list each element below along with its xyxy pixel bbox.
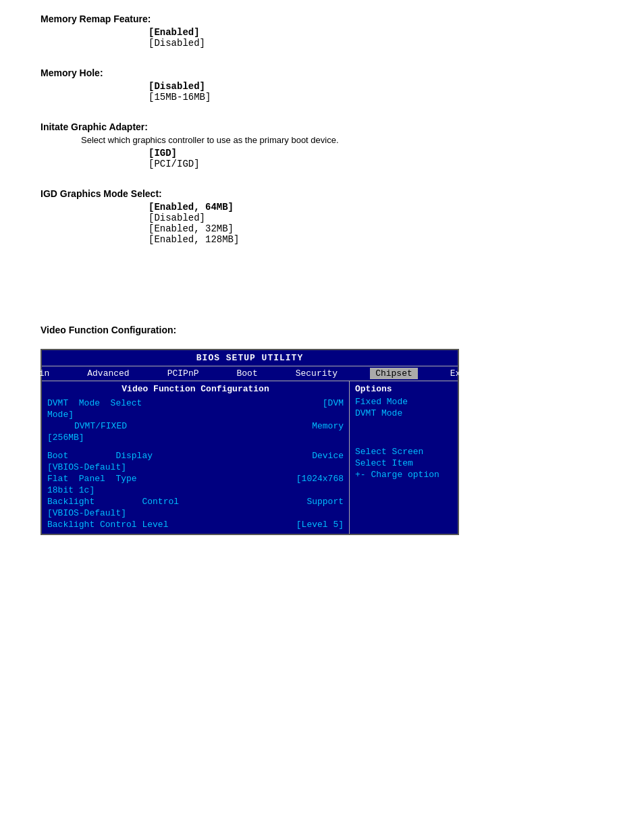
- memory-remap-option-disabled[interactable]: [Disabled]: [149, 38, 603, 49]
- bios-body: Video Function Configuration DVMT Mode S…: [42, 381, 458, 534]
- flat-panel-key: Flat Panel Type: [47, 474, 137, 484]
- init-graphic-description: Select which graphics controller to use …: [81, 135, 603, 145]
- dvmt-fixed-key: DVMT/FIXED: [74, 421, 127, 431]
- igd-graphics-section: IGD Graphics Mode Select: [Enabled, 64MB…: [41, 188, 603, 245]
- backlight-level-key: Backlight Control Level: [47, 520, 168, 530]
- backlight-level-val: [Level 5]: [296, 520, 344, 530]
- memory-hole-option-disabled[interactable]: [Disabled]: [149, 81, 603, 92]
- nav-main[interactable]: Main: [23, 368, 55, 379]
- backlight-control-key: Backlight Control: [47, 497, 179, 507]
- bios-header: BIOS SETUP UTILITY: [42, 350, 458, 366]
- bios-row-flat-panel: Flat Panel Type [1024x768: [47, 474, 344, 484]
- nav-security[interactable]: Security: [290, 368, 343, 379]
- flat-panel-val: [1024x768: [296, 474, 344, 484]
- backlight-control-val: Support: [306, 497, 344, 507]
- bios-option-dvmt-mode[interactable]: DVMT Mode: [355, 408, 452, 418]
- bios-nav-bar: Main Advanced PCIPnP Boot Security Chips…: [42, 366, 458, 381]
- bios-row-dvmt-mode: DVMT Mode Select [DVM: [47, 398, 344, 408]
- memory-hole-title: Memory Hole:: [41, 67, 603, 78]
- igd-option-64mb[interactable]: [Enabled, 64MB]: [149, 202, 603, 213]
- bios-options-title: Options: [355, 384, 452, 394]
- memory-remap-section: Memory Remap Feature: [Enabled] [Disable…: [41, 13, 603, 49]
- footer-charge-option: +- Charge option: [355, 470, 452, 480]
- footer-select-screen: Select Screen: [355, 447, 452, 457]
- init-graphic-option-pci[interactable]: [PCI/IGD]: [149, 159, 603, 169]
- 256mb-key: [256MB]: [47, 433, 84, 443]
- bios-right-panel: Options Fixed Mode DVMT Mode Select Scre…: [350, 381, 458, 534]
- memory-remap-option-enabled[interactable]: [Enabled]: [149, 27, 603, 38]
- memory-hole-section: Memory Hole: [Disabled] [15MB-16MB]: [41, 67, 603, 103]
- nav-pcipnp[interactable]: PCIPnP: [162, 368, 205, 379]
- nav-boot[interactable]: Boot: [232, 368, 263, 379]
- memory-hole-option-15mb[interactable]: [15MB-16MB]: [149, 92, 603, 103]
- 18bit-key: 18bit 1c]: [47, 485, 95, 495]
- nav-advanced[interactable]: Advanced: [82, 368, 134, 379]
- boot-display-key: Boot Display: [47, 451, 153, 461]
- bios-left-panel: Video Function Configuration DVMT Mode S…: [42, 381, 350, 534]
- mode-bracket-key: Mode]: [47, 410, 74, 420]
- bios-row-vbios-default1: [VBIOS-Default]: [47, 462, 344, 472]
- vbios-default1-key: [VBIOS-Default]: [47, 462, 126, 472]
- init-graphic-section: Initate Graphic Adapter: Select which gr…: [41, 121, 603, 169]
- bios-row-18bit: 18bit 1c]: [47, 485, 344, 495]
- igd-option-128mb[interactable]: [Enabled, 128MB]: [149, 234, 603, 245]
- bios-row-256mb: [256MB]: [47, 433, 344, 443]
- init-graphic-title: Initate Graphic Adapter:: [41, 121, 603, 132]
- init-graphic-option-igd[interactable]: [IGD]: [149, 148, 603, 159]
- igd-option-disabled[interactable]: [Disabled]: [149, 213, 603, 223]
- bios-row-dvmt-fixed: DVMT/FIXED Memory: [47, 421, 344, 431]
- igd-graphics-title: IGD Graphics Mode Select:: [41, 188, 603, 199]
- bios-row-backlight-control: Backlight Control Support: [47, 497, 344, 507]
- bios-row-backlight-level: Backlight Control Level [Level 5]: [47, 520, 344, 530]
- bios-row-mode-bracket: Mode]: [47, 410, 344, 420]
- igd-option-32mb[interactable]: [Enabled, 32MB]: [149, 223, 603, 234]
- dvmt-mode-val: [DVM: [323, 398, 344, 408]
- bios-section-title: Video Function Configuration: [47, 384, 344, 394]
- bios-setup-utility: BIOS SETUP UTILITY Main Advanced PCIPnP …: [41, 349, 459, 535]
- boot-display-val: Device: [312, 451, 344, 461]
- bios-row-boot-display: Boot Display Device: [47, 451, 344, 461]
- dvmt-fixed-val: Memory: [312, 421, 344, 431]
- video-section-title: Video Function Configuration:: [41, 325, 603, 335]
- vbios-default2-key: [VBIOS-Default]: [47, 508, 126, 518]
- bios-row-vbios-default2: [VBIOS-Default]: [47, 508, 344, 518]
- footer-select-item: Select Item: [355, 458, 452, 468]
- nav-exit[interactable]: Exit: [445, 368, 477, 379]
- bios-option-fixed-mode[interactable]: Fixed Mode: [355, 397, 452, 407]
- nav-chipset[interactable]: Chipset: [370, 368, 418, 379]
- dvmt-mode-key: DVMT Mode Select: [47, 398, 142, 408]
- memory-remap-title: Memory Remap Feature:: [41, 13, 603, 24]
